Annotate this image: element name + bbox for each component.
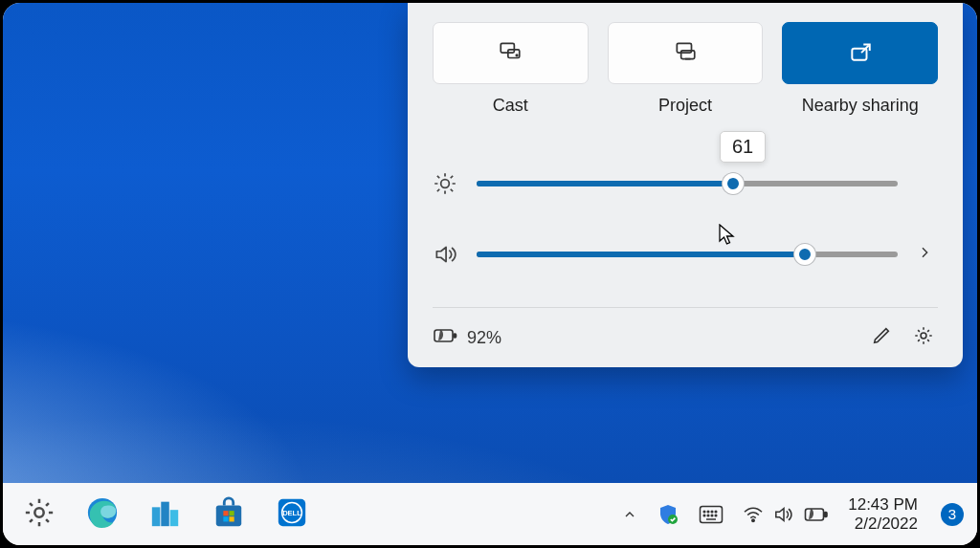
speaker-icon <box>773 505 794 524</box>
svg-point-35 <box>707 511 709 513</box>
svg-rect-26 <box>229 511 234 515</box>
svg-point-18 <box>921 333 926 339</box>
svg-text:DELL: DELL <box>282 508 301 516</box>
edge-icon <box>86 496 119 533</box>
taskbar-dell-button[interactable]: DELL <box>273 495 311 534</box>
svg-rect-45 <box>825 512 828 516</box>
battery-percent: 92% <box>467 328 501 348</box>
svg-point-40 <box>711 515 713 516</box>
notification-badge[interactable]: 3 <box>941 503 964 526</box>
taskbar-edge-button[interactable] <box>83 495 122 534</box>
svg-line-15 <box>451 176 453 178</box>
svg-point-41 <box>715 515 717 516</box>
panel-footer: 92% <box>433 307 938 367</box>
taskbar-settings-button[interactable] <box>20 495 58 534</box>
system-tray: 12:43 PM 2/2/2022 3 <box>622 495 977 533</box>
cast-icon <box>498 39 523 68</box>
taskbar-apps: DELL <box>3 495 311 534</box>
battery-icon <box>804 506 829 523</box>
svg-point-39 <box>707 515 709 516</box>
edit-quick-settings-button[interactable] <box>867 323 896 352</box>
volume-icon <box>433 242 457 267</box>
tile-cast: Cast <box>433 22 589 116</box>
wifi-icon <box>743 506 764 523</box>
svg-point-43 <box>752 519 754 521</box>
svg-rect-21 <box>152 507 161 526</box>
battery-status[interactable]: 92% <box>433 326 501 350</box>
svg-point-2 <box>517 55 519 56</box>
svg-line-14 <box>437 189 439 191</box>
pencil-icon <box>871 325 892 350</box>
svg-rect-27 <box>223 516 228 521</box>
tile-nearby-sharing: Nearby sharing <box>782 22 938 116</box>
quick-settings-panel: Cast Project <box>408 3 963 367</box>
clock-date: 2/2/2022 <box>855 515 918 534</box>
gear-icon <box>23 496 56 533</box>
svg-rect-25 <box>223 511 228 515</box>
svg-rect-28 <box>229 516 234 521</box>
brightness-slider[interactable] <box>477 181 898 186</box>
cast-label: Cast <box>493 96 528 116</box>
dell-icon: DELL <box>276 496 308 533</box>
nearby-sharing-button[interactable] <box>782 22 938 84</box>
svg-point-34 <box>703 511 705 513</box>
brightness-icon <box>433 171 457 196</box>
taskbar-app-button[interactable] <box>146 495 185 534</box>
touch-keyboard-button[interactable] <box>699 505 724 524</box>
volume-expand-button[interactable] <box>917 245 938 264</box>
cast-button[interactable] <box>433 22 589 84</box>
brightness-tooltip: 61 <box>720 131 766 163</box>
nearby-sharing-label: Nearby sharing <box>802 96 919 116</box>
project-button[interactable] <box>608 22 764 84</box>
network-volume-battery-button[interactable] <box>743 505 829 524</box>
store-icon <box>212 496 245 533</box>
tile-project: Project <box>608 22 764 116</box>
taskbar-clock[interactable]: 12:43 PM 2/2/2022 <box>848 495 918 533</box>
svg-rect-23 <box>170 510 179 526</box>
battery-saver-icon <box>433 326 457 350</box>
svg-rect-24 <box>216 505 241 526</box>
svg-point-36 <box>711 511 713 513</box>
project-label: Project <box>658 96 712 116</box>
svg-rect-44 <box>806 509 824 520</box>
all-settings-button[interactable] <box>909 323 938 352</box>
volume-row <box>433 242 938 267</box>
quick-tiles-row: Cast Project <box>433 22 938 116</box>
brightness-thumb[interactable] <box>723 173 744 194</box>
svg-rect-22 <box>161 501 169 526</box>
svg-line-13 <box>451 189 453 191</box>
svg-point-19 <box>34 508 43 516</box>
svg-point-37 <box>715 511 717 513</box>
taskbar: DELL <box>3 483 977 545</box>
clock-time: 12:43 PM <box>848 495 918 515</box>
project-icon <box>673 39 698 68</box>
windows-security-icon[interactable] <box>657 503 679 526</box>
buildings-icon <box>149 496 182 533</box>
svg-point-7 <box>441 180 450 188</box>
volume-thumb[interactable] <box>794 244 815 265</box>
share-icon <box>848 39 873 68</box>
svg-rect-17 <box>454 334 457 338</box>
brightness-row <box>433 171 938 196</box>
tray-overflow-button[interactable] <box>622 507 637 522</box>
volume-slider[interactable] <box>477 252 898 257</box>
svg-line-12 <box>437 176 439 178</box>
taskbar-store-button[interactable] <box>210 495 248 534</box>
gear-icon <box>913 325 934 350</box>
svg-point-38 <box>703 515 705 516</box>
svg-rect-16 <box>434 330 453 341</box>
